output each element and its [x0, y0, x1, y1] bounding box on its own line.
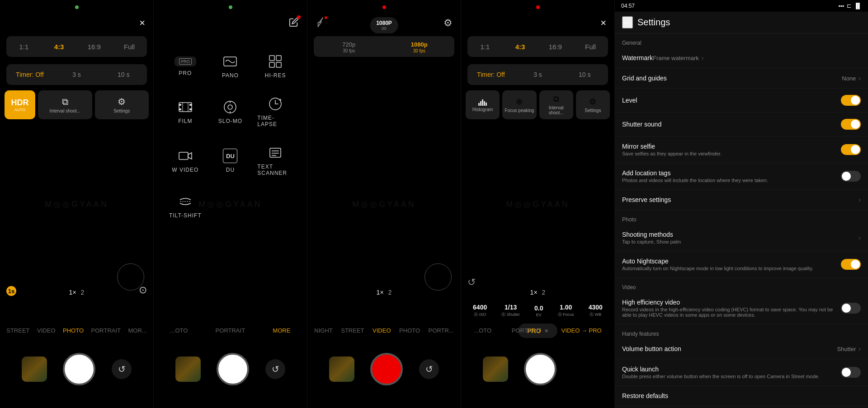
tab-portrait-2[interactable]: PORTRAIT: [213, 325, 248, 336]
row-restore[interactable]: Restore defaults: [615, 386, 868, 406]
nightscape-toggle[interactable]: [841, 259, 861, 270]
interval-shoot-button[interactable]: ⧉ Interval shoot...: [38, 90, 92, 119]
settings-icon-right-1[interactable]: ⊙: [139, 284, 147, 296]
mode-hires[interactable]: HI-RES: [253, 45, 298, 88]
param-wb[interactable]: 4300 Ⓐ WB: [589, 304, 603, 318]
tab-street-1[interactable]: STREET: [4, 325, 32, 336]
tab-portrait-1[interactable]: PORTRAIT: [89, 325, 124, 336]
zoom-1x-3[interactable]: 1×: [377, 289, 384, 296]
mode-pro[interactable]: PRO PRO: [163, 45, 208, 88]
mode-slomo[interactable]: SLO-MO: [208, 88, 253, 136]
flash-icon[interactable]: [316, 17, 326, 30]
tab-more-1[interactable]: MOR...: [126, 325, 150, 336]
tab-photo-2[interactable]: ...OTO: [168, 325, 191, 336]
tab-more-2[interactable]: MORE: [270, 325, 293, 336]
hevc-toggle[interactable]: [841, 303, 861, 314]
zoom-2-4[interactable]: 2: [542, 289, 546, 296]
capture-button-2[interactable]: [217, 353, 249, 385]
rotate-button-1[interactable]: ↺: [112, 359, 132, 379]
row-level[interactable]: Level: [615, 89, 868, 113]
settings-button-1[interactable]: ⚙ Settings: [95, 90, 149, 119]
shutter-sound-toggle[interactable]: [841, 119, 861, 130]
gallery-thumb-3[interactable]: [329, 356, 354, 382]
record-button[interactable]: [370, 353, 403, 385]
close-button-4[interactable]: ×: [600, 17, 606, 29]
mode-du[interactable]: DU DU: [208, 136, 253, 185]
settings-button-4[interactable]: ⚙ Settings: [576, 90, 610, 119]
ratio-4-3-4[interactable]: 4:3: [503, 43, 538, 51]
gallery-thumb-2[interactable]: [175, 356, 201, 382]
ratio-4-3[interactable]: 4:3: [42, 43, 77, 51]
back-button[interactable]: ←: [622, 16, 633, 28]
settings-icon-3[interactable]: ⚙: [443, 17, 453, 29]
interval-button-4[interactable]: ⧉ Interval shoot...: [539, 90, 573, 119]
timer-off[interactable]: Timer: Off: [6, 71, 53, 78]
refresh-icon[interactable]: ↺: [467, 277, 476, 288]
row-hevc[interactable]: High efficiency video Record videos in t…: [615, 292, 868, 324]
gallery-thumb-4[interactable]: [483, 356, 508, 382]
mode-timelapse[interactable]: TIME-LAPSE: [253, 88, 298, 136]
param-shutter[interactable]: 1/13 Ⓐ Shutter: [501, 304, 520, 318]
hdr-button[interactable]: HDR AUTO: [5, 90, 35, 119]
ratio-16-9[interactable]: 16:9: [77, 43, 112, 51]
mode-pano[interactable]: PANO: [208, 45, 253, 88]
row-shooting-methods[interactable]: Shooting methods Tap to capture, Show pa…: [615, 225, 868, 251]
row-nightscape[interactable]: Auto Nightscape Automatically turn on Ni…: [615, 251, 868, 278]
tab-night-3[interactable]: NIGHT: [311, 325, 335, 336]
tab-portrait-3[interactable]: PORTR...: [426, 325, 457, 336]
gallery-thumb-1[interactable]: [22, 356, 47, 382]
timer-10s[interactable]: 10 s: [100, 71, 147, 78]
histogram-button[interactable]: Histogram: [466, 90, 500, 119]
capture-button-1[interactable]: [63, 353, 95, 385]
tab-video-3[interactable]: VIDEO: [370, 325, 393, 336]
location-toggle[interactable]: [841, 171, 861, 182]
ratio-1-1-4[interactable]: 1:1: [467, 43, 503, 51]
resolution-badge[interactable]: 1080P 3D: [370, 17, 398, 33]
mode-wvideo[interactable]: W VIDEO: [163, 136, 208, 185]
ratio-16-9-4[interactable]: 16:9: [538, 43, 573, 51]
mode-textscanner[interactable]: TEXT SCANNER: [253, 136, 298, 185]
zoom-2-3[interactable]: 2: [388, 289, 392, 296]
mode-tiltshift[interactable]: TILT-SHIFT: [163, 185, 208, 228]
zoom-2-1[interactable]: 2: [81, 289, 85, 296]
close-button-1[interactable]: ×: [139, 17, 145, 29]
tab-photo-1[interactable]: PHOTO: [60, 325, 86, 336]
ratio-full[interactable]: Full: [112, 43, 147, 51]
tab-portrait-4[interactable]: PORTRAIT: [509, 325, 544, 336]
timer-off-4[interactable]: Timer: Off: [467, 71, 514, 78]
mirror-selfie-toggle[interactable]: [841, 144, 861, 155]
quick-launch-toggle[interactable]: [841, 367, 861, 378]
tab-pro-4[interactable]: VIDEO → PRO: [559, 325, 604, 336]
level-toggle[interactable]: [841, 95, 861, 106]
res-720p[interactable]: 720p 30 fps: [314, 40, 384, 53]
row-preserve[interactable]: Preserve settings ›: [615, 190, 868, 210]
row-mirror-selfie[interactable]: Mirror selfie Save selfies as they appea…: [615, 136, 868, 163]
tab-street-3[interactable]: STREET: [338, 325, 367, 336]
capture-button-4[interactable]: [524, 353, 557, 385]
row-shutter-sound[interactable]: Shutter sound: [615, 113, 868, 136]
timer-3s[interactable]: 3 s: [53, 71, 100, 78]
focus-peaking-button[interactable]: ⊕ Focus peaking: [502, 90, 536, 119]
rotate-button-2[interactable]: ↺: [265, 359, 285, 379]
timer-10s-4[interactable]: 10 s: [561, 71, 608, 78]
res-1080p[interactable]: 1080p 30 fps: [384, 40, 455, 53]
ratio-full-4[interactable]: Full: [573, 43, 608, 51]
tab-photo-3[interactable]: PHOTO: [396, 325, 423, 336]
tab-photo-4[interactable]: ...OTO: [471, 325, 494, 336]
param-iso[interactable]: 6400 Ⓐ ISO: [473, 304, 487, 318]
zoom-1x-1[interactable]: 1×: [69, 289, 76, 296]
rotate-button-3[interactable]: ↺: [419, 359, 439, 379]
row-volume-action[interactable]: Volume button action Shutter ›: [615, 339, 868, 359]
row-quick-launch[interactable]: Quick launch Double press either volume …: [615, 359, 868, 386]
edit-icon[interactable]: [289, 17, 299, 30]
row-grid[interactable]: Grid and guides None ›: [615, 68, 868, 89]
tab-video-1[interactable]: VIDEO: [34, 325, 58, 336]
row-location[interactable]: Add location tags Photos and videos will…: [615, 163, 868, 190]
param-focus[interactable]: 1.00 Ⓐ Focus: [558, 304, 574, 318]
timer-3s-4[interactable]: 3 s: [514, 71, 561, 78]
zoom-1x-4[interactable]: 1×: [530, 289, 538, 296]
mode-film[interactable]: FILM: [163, 88, 208, 136]
param-ev[interactable]: 0.0 EV: [534, 305, 543, 317]
ratio-1-1[interactable]: 1:1: [6, 43, 42, 51]
row-watermark[interactable]: Watermark Frame watermark ›: [615, 48, 868, 68]
